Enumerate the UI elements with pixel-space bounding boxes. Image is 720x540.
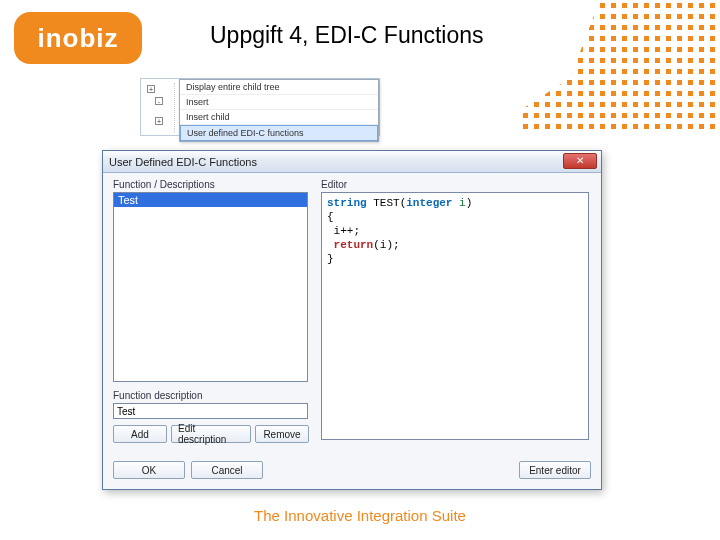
dialog-titlebar[interactable]: User Defined EDI-C Functions ✕ [103,151,601,173]
keyword-return: return [334,239,374,251]
cancel-button[interactable]: Cancel [191,461,263,479]
statement: i++; [334,225,360,237]
edit-description-button[interactable]: Edit description [171,425,251,443]
button-label: Enter editor [529,465,581,476]
context-menu-item[interactable]: Insert child [180,110,378,125]
button-label: OK [142,465,156,476]
button-label: Cancel [211,465,242,476]
context-menu-label: Insert child [186,112,230,122]
tree-node[interactable]: + [155,117,163,125]
context-menu-item[interactable]: Insert [180,95,378,110]
remove-button[interactable]: Remove [255,425,309,443]
list-item-label: Test [118,194,138,206]
list-item[interactable]: Test [114,193,307,207]
corner-dot-pattern [520,0,720,130]
context-menu-label: Display entire child tree [186,82,280,92]
function-list-label: Function / Descriptions [113,179,308,190]
slide-title: Uppgift 4, EDI-C Functions [210,22,484,49]
function-buttons-row: Add Edit description Remove [113,425,308,443]
function-listbox[interactable]: Test [113,192,308,382]
context-menu-label: User defined EDI-C functions [187,128,304,138]
logo-badge: inobiz [14,12,142,64]
ok-button[interactable]: OK [113,461,185,479]
identifier: i [459,197,466,209]
description-label: Function description [113,390,308,401]
description-area: Function description [113,390,308,419]
description-input[interactable] [113,403,308,419]
keyword: integer [406,197,452,209]
button-label: Edit description [178,423,244,445]
add-button[interactable]: Add [113,425,167,443]
keyword: string [327,197,367,209]
dialog-button-row: OK Cancel Enter editor [113,461,591,479]
enter-editor-button[interactable]: Enter editor [519,461,591,479]
context-menu: Display entire child tree Insert Insert … [179,79,379,142]
close-icon: ✕ [576,155,584,166]
tree-fragment: + - + [145,83,175,133]
tree-node[interactable]: + [147,85,155,93]
editor-label: Editor [321,179,589,190]
close-button[interactable]: ✕ [563,153,597,169]
context-menu-label: Insert [186,97,209,107]
logo-text: inobiz [37,23,118,54]
function-name: TEST [373,197,399,209]
functions-panel: Function / Descriptions Test Function de… [113,179,308,443]
tree-node[interactable]: - [155,97,163,105]
dialog-title: User Defined EDI-C Functions [109,156,257,168]
button-label: Add [131,429,149,440]
tree-context-strip: + - + Display entire child tree Insert I… [140,78,380,136]
editor-panel: Editor string TEST(integer i) { i++; ret… [321,179,589,440]
tagline: The Innovative Integration Suite [0,507,720,524]
return-expr: (i); [373,239,399,251]
dialog-body: Function / Descriptions Test Function de… [103,173,601,489]
context-menu-item[interactable]: Display entire child tree [180,80,378,95]
user-defined-functions-dialog: User Defined EDI-C Functions ✕ Function … [102,150,602,490]
code-editor[interactable]: string TEST(integer i) { i++; return(i);… [321,192,589,440]
context-menu-item-selected[interactable]: User defined EDI-C functions [180,125,378,141]
button-label: Remove [263,429,300,440]
